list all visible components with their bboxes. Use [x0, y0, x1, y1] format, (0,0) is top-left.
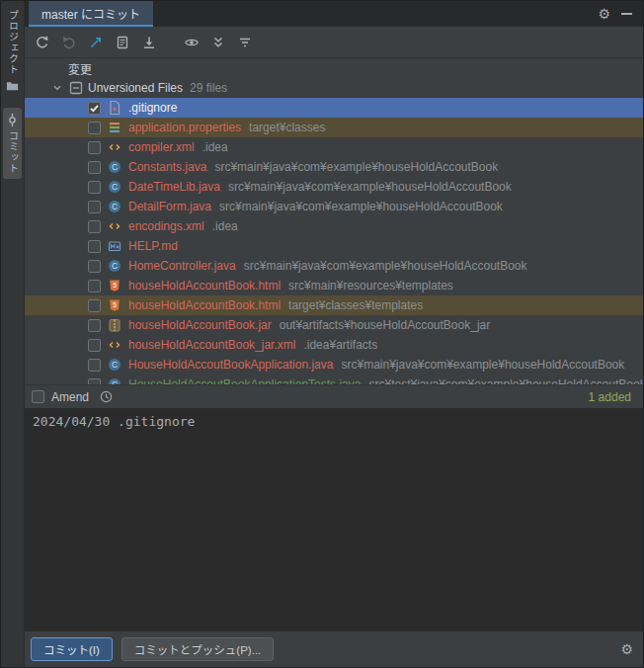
- sidebar-item-commit[interactable]: コミット: [3, 108, 22, 179]
- file-row[interactable]: houseHoldAccountBook.jarout¥artifacts¥ho…: [25, 315, 643, 335]
- commit-toolbar: [25, 27, 643, 58]
- file-name: encodings.xml: [128, 219, 204, 233]
- show-diff-icon[interactable]: [111, 31, 134, 54]
- commit-panel: master にコミット ⚙ 変更 Unversioned Files 29 f…: [25, 1, 643, 667]
- file-checkbox[interactable]: [88, 102, 101, 115]
- commit-and-push-button[interactable]: コミットとプッシュ(P)...: [121, 637, 274, 661]
- file-checkbox[interactable]: [88, 240, 101, 253]
- commit-message-text: 2024/04/30 .gitignore: [33, 414, 195, 429]
- folder-icon: [5, 78, 20, 93]
- file-name: houseHoldAccountBook.jar: [128, 318, 272, 332]
- settings-gear-icon[interactable]: ⚙: [598, 7, 610, 21]
- shelve-silently-icon[interactable]: [84, 31, 108, 54]
- file-row[interactable]: compiler.xml.idea: [25, 137, 643, 157]
- xml-file-icon: [107, 218, 122, 234]
- hide-icon[interactable]: [621, 13, 632, 15]
- file-checkbox[interactable]: [88, 319, 101, 332]
- file-row[interactable]: .gitignore: [25, 98, 643, 118]
- file-checkbox[interactable]: [88, 161, 101, 174]
- file-row[interactable]: CHouseHoldAccoutBookApplicationTests.jav…: [25, 375, 643, 384]
- html-file-icon: 5: [107, 297, 122, 313]
- commit-button[interactable]: コミット(I): [31, 637, 113, 661]
- history-clock-icon[interactable]: [99, 389, 114, 404]
- amend-label: Amend: [51, 390, 89, 404]
- file-path: .idea¥artifacts: [303, 338, 377, 352]
- file-checkbox[interactable]: [88, 359, 101, 372]
- file-path: .idea: [212, 219, 238, 233]
- html-file-icon: 5: [107, 278, 122, 293]
- file-checkbox[interactable]: [88, 280, 101, 292]
- file-path: src¥main¥java¥com¥example¥houseHoldAccou…: [341, 358, 624, 372]
- tab-commit-to-master[interactable]: master にコミット: [29, 1, 153, 27]
- file-checkbox[interactable]: [88, 201, 101, 213]
- svg-text:5: 5: [113, 301, 117, 308]
- file-name: Constants.java: [128, 160, 206, 174]
- file-row[interactable]: CDateTimeLib.javasrc¥main¥java¥com¥examp…: [25, 177, 643, 197]
- file-name: compiler.xml: [128, 140, 195, 154]
- file-path: src¥main¥resources¥templates: [288, 279, 453, 292]
- changes-label: 変更: [68, 60, 92, 77]
- file-checkbox[interactable]: [88, 220, 101, 233]
- gitignore-file-icon: [107, 100, 122, 116]
- file-row[interactable]: 5houseHoldAccountBook.htmltarget¥classes…: [25, 295, 643, 315]
- java-file-icon: C: [107, 357, 122, 373]
- settings-gear-icon[interactable]: ⚙: [620, 642, 633, 656]
- file-path: .idea: [202, 140, 228, 154]
- changelist-changes[interactable]: 変更: [25, 58, 643, 78]
- file-row[interactable]: HELP.md: [25, 236, 643, 256]
- save-to-shelf-icon[interactable]: [137, 31, 161, 54]
- file-checkbox[interactable]: [88, 122, 101, 134]
- unversioned-files-node[interactable]: Unversioned Files 29 files: [25, 78, 643, 98]
- commit-message-editor[interactable]: 2024/04/30 .gitignore: [25, 408, 643, 631]
- preview-diff-icon[interactable]: [180, 31, 203, 54]
- expand-all-icon[interactable]: [206, 31, 230, 54]
- unversioned-label: Unversioned Files: [88, 81, 183, 95]
- group-by-icon[interactable]: [233, 31, 257, 54]
- file-row[interactable]: houseHoldAccountBook_jar.xml.idea¥artifa…: [25, 335, 643, 355]
- java-file-icon: C: [107, 159, 122, 175]
- file-name: HELP.md: [128, 239, 178, 253]
- rollback-icon[interactable]: [57, 31, 81, 54]
- markdown-file-icon: [107, 238, 122, 254]
- amend-checkbox[interactable]: [32, 390, 44, 403]
- header-actions: ⚙: [598, 1, 643, 27]
- tab-title: master にコミット: [41, 5, 140, 22]
- commit-icon: [5, 113, 20, 127]
- refresh-icon[interactable]: [31, 31, 54, 54]
- hide-bar-glyph: [621, 13, 632, 15]
- file-list: .gitignoreapplication.propertiestarget¥c…: [25, 98, 643, 384]
- file-row[interactable]: CHouseHoldAccoutBookApplication.javasrc¥…: [25, 355, 643, 375]
- java-file-icon: C: [107, 258, 122, 274]
- unversioned-count: 29 files: [190, 81, 227, 95]
- java-file-icon: C: [107, 376, 122, 384]
- tool-window-stripe: プロジェクト コミット: [1, 1, 25, 667]
- svg-text:C: C: [112, 261, 118, 271]
- svg-text:C: C: [112, 162, 118, 172]
- file-name: houseHoldAccountBook_jar.xml: [128, 338, 295, 352]
- file-row[interactable]: CDetailForm.javasrc¥main¥java¥com¥exampl…: [25, 197, 643, 216]
- file-row[interactable]: encodings.xml.idea: [25, 216, 643, 236]
- changes-tree: 変更 Unversioned Files 29 files .gitignore…: [25, 58, 643, 384]
- file-checkbox[interactable]: [88, 339, 101, 352]
- xml-file-icon: [107, 337, 122, 353]
- project-stripe-label: プロジェクト: [8, 10, 18, 75]
- file-name: houseHoldAccountBook.html: [128, 279, 281, 292]
- jar-file-icon: [107, 317, 122, 333]
- file-row[interactable]: CHomeController.javasrc¥main¥java¥com¥ex…: [25, 256, 643, 276]
- file-path: src¥test¥java¥com¥example¥houseHoldAccou…: [368, 377, 643, 384]
- file-path: target¥classes: [249, 121, 325, 134]
- file-checkbox[interactable]: [88, 299, 101, 312]
- file-row[interactable]: 5houseHoldAccountBook.htmlsrc¥main¥resou…: [25, 276, 643, 295]
- file-row[interactable]: application.propertiestarget¥classes: [25, 118, 643, 137]
- file-checkbox[interactable]: [88, 141, 101, 154]
- file-path: out¥artifacts¥houseHoldAccoutBook_jar: [280, 318, 490, 332]
- file-row[interactable]: CConstants.javasrc¥main¥java¥com¥example…: [25, 157, 643, 177]
- file-name: DateTimeLib.java: [128, 180, 220, 194]
- sidebar-item-project[interactable]: プロジェクト: [3, 5, 22, 98]
- chevron-down-icon[interactable]: [50, 81, 66, 95]
- file-name: .gitignore: [128, 101, 177, 115]
- java-file-icon: C: [107, 199, 122, 214]
- file-name: application.properties: [128, 121, 241, 134]
- file-checkbox[interactable]: [88, 181, 101, 194]
- file-checkbox[interactable]: [88, 260, 101, 273]
